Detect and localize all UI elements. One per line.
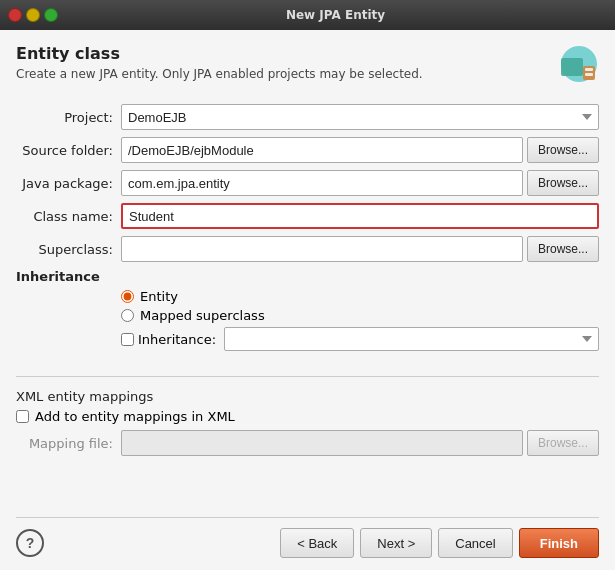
svg-rect-1 <box>561 58 583 76</box>
button-bar: ? < Back Next > Cancel Finish <box>16 517 599 558</box>
inheritance-checkbox-label: Inheritance: <box>134 332 224 347</box>
section-description: Create a new JPA entity. Only JPA enable… <box>16 67 423 81</box>
source-folder-row: Source folder: Browse... <box>16 137 599 163</box>
superclass-label: Superclass: <box>16 242 121 257</box>
svg-rect-4 <box>585 73 593 76</box>
entity-radio[interactable] <box>121 290 134 303</box>
java-package-browse-button[interactable]: Browse... <box>527 170 599 196</box>
superclass-control: Browse... <box>121 236 599 262</box>
entity-radio-row: Entity <box>121 289 599 304</box>
project-label: Project: <box>16 110 121 125</box>
mapping-file-control: Browse... <box>121 430 599 456</box>
mapped-superclass-radio-label[interactable]: Mapped superclass <box>140 308 265 323</box>
title-bar: New JPA Entity <box>0 0 615 30</box>
mapping-file-browse-button[interactable]: Browse... <box>527 430 599 456</box>
next-button[interactable]: Next > <box>360 528 432 558</box>
project-select[interactable]: DemoEJB <box>121 104 599 130</box>
xml-section: XML entity mappings Add to entity mappin… <box>16 389 599 463</box>
window-title: New JPA Entity <box>64 8 607 22</box>
inheritance-type-select[interactable] <box>224 327 599 351</box>
cancel-button[interactable]: Cancel <box>438 528 512 558</box>
project-row: Project: DemoEJB <box>16 104 599 130</box>
source-folder-label: Source folder: <box>16 143 121 158</box>
class-name-row: Class name: <box>16 203 599 229</box>
header-section: Entity class Create a new JPA entity. On… <box>16 44 599 92</box>
java-package-control: Browse... <box>121 170 599 196</box>
class-name-control <box>121 203 599 229</box>
xml-checkbox-row: Add to entity mappings in XML <box>16 409 599 424</box>
mapped-superclass-radio[interactable] <box>121 309 134 322</box>
source-folder-browse-button[interactable]: Browse... <box>527 137 599 163</box>
section-title: Entity class <box>16 44 423 63</box>
project-control: DemoEJB <box>121 104 599 130</box>
source-folder-control: Browse... <box>121 137 599 163</box>
finish-button[interactable]: Finish <box>519 528 599 558</box>
minimize-button[interactable] <box>26 8 40 22</box>
help-button[interactable]: ? <box>16 529 44 557</box>
source-folder-input[interactable] <box>121 137 523 163</box>
java-package-row: Java package: Browse... <box>16 170 599 196</box>
mapping-file-label: Mapping file: <box>16 436 121 451</box>
dialog-body: Entity class Create a new JPA entity. On… <box>0 30 615 570</box>
class-name-label: Class name: <box>16 209 121 224</box>
xml-checkbox[interactable] <box>16 410 29 423</box>
divider <box>16 376 599 377</box>
superclass-browse-button[interactable]: Browse... <box>527 236 599 262</box>
xml-section-title: XML entity mappings <box>16 389 599 404</box>
inheritance-section-title: Inheritance <box>16 269 599 284</box>
back-button[interactable]: < Back <box>280 528 354 558</box>
maximize-button[interactable] <box>44 8 58 22</box>
class-name-input[interactable] <box>121 203 599 229</box>
java-package-label: Java package: <box>16 176 121 191</box>
mapping-file-input[interactable] <box>121 430 523 456</box>
entity-radio-label[interactable]: Entity <box>140 289 178 304</box>
close-button[interactable] <box>8 8 22 22</box>
xml-checkbox-label[interactable]: Add to entity mappings in XML <box>35 409 235 424</box>
window-controls[interactable] <box>8 8 58 22</box>
jpa-icon <box>551 44 599 92</box>
form-area: Project: DemoEJB Source folder: Browse..… <box>16 104 599 517</box>
superclass-input[interactable] <box>121 236 523 262</box>
java-package-input[interactable] <box>121 170 523 196</box>
superclass-row: Superclass: Browse... <box>16 236 599 262</box>
inheritance-checkbox[interactable] <box>121 333 134 346</box>
svg-rect-3 <box>585 68 593 71</box>
inheritance-type-row: Inheritance: <box>121 327 599 351</box>
inheritance-radio-group: Entity Mapped superclass Inheritance: <box>121 289 599 358</box>
mapping-file-row: Mapping file: Browse... <box>16 430 599 456</box>
inheritance-section: Inheritance Entity Mapped superclass Inh… <box>16 269 599 364</box>
mapped-superclass-radio-row: Mapped superclass <box>121 308 599 323</box>
header-text: Entity class Create a new JPA entity. On… <box>16 44 423 81</box>
